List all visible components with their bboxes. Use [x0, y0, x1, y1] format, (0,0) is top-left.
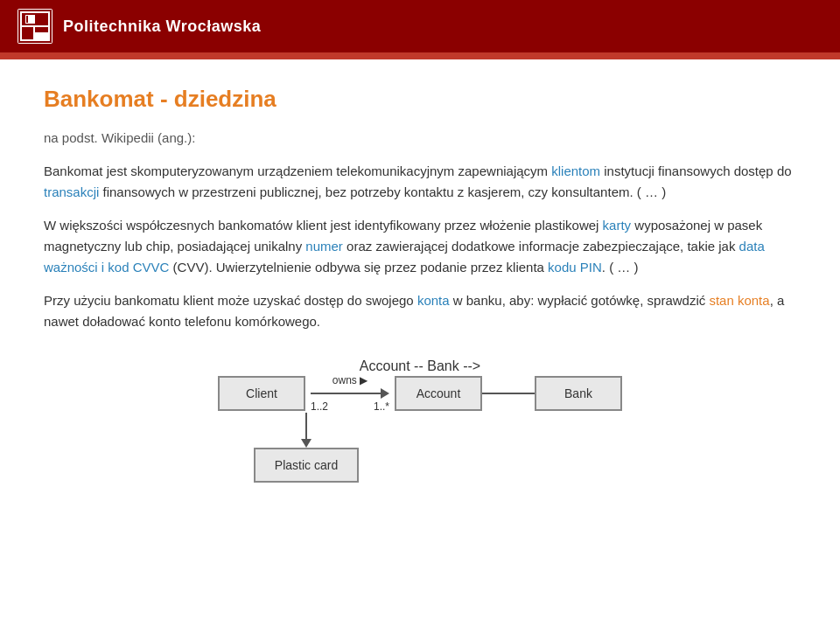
link-konta[interactable]: konta	[417, 293, 450, 308]
link-transakcji[interactable]: transakcji	[44, 184, 99, 199]
diagram-vertical-section: Plastic card	[254, 413, 359, 483]
paragraph-2: W większości współczesnych bankomatów kl…	[44, 215, 796, 278]
university-logo	[18, 9, 52, 44]
uml-box-client: Client	[218, 376, 305, 411]
link-kod-pin[interactable]: kodu PIN	[548, 260, 602, 275]
link-stan-konta[interactable]: stan konta	[709, 293, 769, 308]
mult-client: 1..2	[311, 400, 328, 413]
link-numer[interactable]: numer	[305, 239, 343, 254]
svg-rect-3	[22, 27, 33, 39]
link-klientom[interactable]: klientom	[551, 163, 600, 178]
subtitle: na podst. Wikipedii (ang.):	[44, 130, 796, 145]
arrow-line-owns	[311, 388, 389, 399]
arrow-multiplicities: 1..2 1..*	[311, 400, 389, 413]
line-to-bank	[482, 393, 535, 394]
arrow-owns-label: owns ▶	[332, 374, 368, 386]
accent-bar	[0, 52, 840, 59]
page-title: Bankomat - dziedzina	[44, 86, 796, 113]
vertical-line-down	[305, 413, 307, 439]
mult-account: 1..*	[374, 400, 389, 413]
uml-box-account: Account	[395, 376, 482, 411]
uml-box-bank: Bank	[535, 376, 622, 411]
arrow-owns: owns ▶ 1..2 1..*	[311, 374, 389, 413]
header: Politechnika Wrocławska	[0, 0, 840, 52]
uml-diagram: Account -- Bank --> Client owns ▶ 1..2 1…	[44, 358, 796, 483]
svg-marker-6	[26, 16, 28, 23]
diagram-top-row: Client owns ▶ 1..2 1..* Account	[218, 374, 622, 413]
svg-rect-4	[35, 27, 48, 32]
main-content: Bankomat - dziedzina na podst. Wikipedii…	[0, 59, 840, 509]
arrow-head-down	[301, 439, 312, 448]
uml-box-plastic-card: Plastic card	[254, 448, 359, 483]
link-karty[interactable]: karty	[603, 218, 632, 233]
paragraph-3: Przy użyciu bankomatu klient może uzyska…	[44, 290, 796, 332]
university-name: Politechnika Wrocławska	[63, 17, 261, 36]
arrow-head-right	[381, 388, 389, 399]
paragraph-1: Bankomat jest skomputeryzowanym urządzen…	[44, 161, 796, 203]
